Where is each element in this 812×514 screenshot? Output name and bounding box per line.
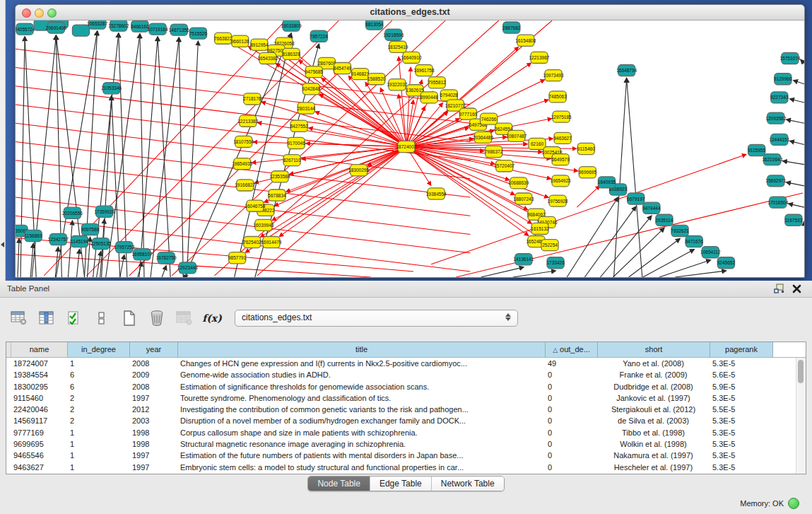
cited-node-12975185[interactable]: 12975185 — [551, 111, 572, 122]
cited-node-19166827[interactable]: 19166827 — [235, 180, 255, 191]
node-10654112[interactable]: 10654112 — [700, 247, 721, 258]
network-graph[interactable]: 1872400718300295193845549242848280314484… — [16, 21, 804, 277]
node-8813054[interactable]: 8813054 — [365, 21, 384, 30]
cited-node-19322037[interactable]: 19322037 — [387, 79, 407, 90]
table-cell[interactable]: 2003 — [129, 415, 177, 426]
cited-node-746266[interactable]: 746266 — [481, 113, 498, 124]
cited-node-7485063[interactable]: 7485063 — [548, 91, 567, 103]
close-panel-icon[interactable] — [792, 284, 802, 294]
edge[interactable] — [794, 81, 804, 84]
table-cell[interactable]: 0 — [545, 415, 597, 426]
cited-node-62160[interactable]: 62160 — [529, 138, 546, 149]
cited-node-6649579[interactable]: 6649579 — [551, 154, 570, 165]
edge[interactable] — [783, 161, 804, 165]
table-cell[interactable]: Genome-wide association studies in ADHD. — [177, 369, 545, 380]
node-16958107[interactable]: 16958107 — [131, 249, 152, 260]
edge[interactable] — [787, 182, 804, 186]
select-columns-icon[interactable] — [37, 309, 56, 327]
table-cell[interactable]: 6 — [67, 369, 129, 380]
memory-status-indicator[interactable] — [788, 498, 799, 509]
table-cell[interactable]: 0 — [545, 381, 597, 392]
edge[interactable] — [643, 250, 694, 277]
table-cell[interactable]: 5.9E-5 — [710, 381, 772, 392]
window-titlebar[interactable]: citations_edges.txt — [16, 5, 804, 21]
table-cell[interactable]: 0 — [545, 404, 597, 415]
table-cell[interactable]: 5.3E-5 — [710, 358, 772, 369]
node-1640935[interactable]: 1640935 — [598, 177, 616, 188]
node-15751074[interactable]: 15751074 — [779, 52, 800, 64]
table-cell[interactable]: 1997 — [129, 392, 177, 404]
node-16033809[interactable]: 16033809 — [281, 21, 302, 31]
column-header-pagerank[interactable]: pagerank — [710, 342, 773, 357]
table-cell[interactable]: Nakamura et al. (1997) — [597, 450, 710, 461]
cited-node-20364486[interactable]: 20364486 — [473, 132, 493, 143]
cited-node-16543382[interactable]: 16543382 — [257, 52, 278, 64]
cited-node-9660128[interactable]: 9660128 — [231, 35, 249, 47]
node-10653287[interactable]: 10653287 — [87, 21, 107, 29]
table-cell[interactable]: 5.3E-5 — [710, 415, 772, 426]
edge[interactable] — [481, 267, 524, 277]
cited-node-7955812[interactable]: 7955812 — [428, 77, 447, 88]
node-12923448[interactable]: 12923448 — [177, 262, 198, 274]
node-12444151[interactable]: 12444151 — [769, 134, 789, 145]
cited-node-8267110[interactable]: 8267110 — [283, 155, 301, 166]
cited-node-19654935[interactable]: 19654935 — [232, 158, 252, 170]
node-7515526[interactable]: 7515526 — [189, 28, 208, 39]
node-1167533[interactable]: 1167533 — [784, 214, 802, 226]
node-6679197[interactable]: 6679197 — [627, 193, 645, 204]
cited-node-9146821[interactable]: 9146821 — [351, 69, 370, 80]
cited-node-16640910[interactable]: 16640910 — [401, 52, 422, 63]
table-cell[interactable]: 2009 — [129, 369, 177, 380]
cited-node-18325419[interactable]: 18325419 — [387, 41, 408, 52]
column-header-in-degree[interactable]: in_degree — [68, 342, 130, 357]
table-cell[interactable]: 5.6E-5 — [710, 369, 772, 380]
cited-node-18807243[interactable]: 18807243 — [513, 193, 534, 204]
new-table-icon[interactable] — [120, 309, 139, 327]
table-cell[interactable]: Changes of HCN gene expression and I(f) … — [177, 358, 545, 369]
node-15692971[interactable]: 15692971 — [765, 175, 786, 187]
network-canvas[interactable]: 1872400718300295193845549242848280314484… — [16, 21, 804, 277]
table-cell[interactable]: 2012 — [129, 404, 177, 415]
citation-edge[interactable] — [456, 193, 803, 277]
table-cell[interactable]: 5.5E-5 — [710, 404, 772, 415]
cited-node-2803144[interactable]: 2803144 — [298, 103, 316, 114]
table-cell[interactable]: 2 — [67, 415, 129, 426]
cited-node-8427552[interactable]: 8427552 — [290, 120, 308, 132]
cited-node-9170046[interactable]: 9170046 — [287, 137, 305, 148]
cited-node-8454749[interactable]: 8454749 — [334, 62, 352, 74]
table-cell[interactable]: 9115460 — [11, 392, 67, 404]
table-cell[interactable]: Structural magnetic resonance image aver… — [177, 438, 545, 450]
table-cell[interactable]: Yano et al. (2008) — [597, 358, 710, 369]
cited-node-19756928[interactable]: 19756928 — [548, 195, 568, 206]
node-7932621[interactable]: 7932621 — [671, 225, 689, 236]
node-1156869[interactable]: 1156869 — [25, 230, 42, 241]
cited-node-19384554[interactable]: 19384554 — [426, 188, 447, 199]
table-cell[interactable]: 1997 — [129, 462, 177, 473]
table-cell[interactable]: 1 — [67, 462, 129, 473]
edge[interactable] — [790, 99, 804, 103]
cited-node-16914479[interactable]: 16914479 — [261, 237, 281, 248]
cited-node-18724007[interactable]: 18724007 — [396, 141, 416, 152]
table-cell[interactable]: Tourette syndrome. Phenomenology and cla… — [177, 392, 545, 404]
edge[interactable] — [614, 78, 627, 277]
table-cell[interactable]: 22420046 — [11, 404, 67, 415]
table-cell[interactable]: 9463627 — [11, 462, 67, 473]
table-cell[interactable]: Dudbridge et al. (2008) — [597, 381, 710, 392]
node-9097588[interactable]: 9097588 — [81, 223, 100, 235]
cited-node-10807487[interactable]: 10807487 — [506, 130, 526, 141]
table-cell[interactable]: 1 — [67, 358, 129, 369]
table-cell[interactable]: 1 — [67, 427, 129, 438]
cited-node-12353584[interactable]: 12353584 — [270, 171, 290, 182]
table-cell[interactable]: Disruption of a novel member of a sodium… — [177, 415, 545, 426]
edge[interactable] — [179, 37, 183, 277]
delete-table-icon[interactable] — [148, 309, 166, 327]
edge[interactable] — [20, 37, 25, 277]
edge[interactable] — [18, 239, 19, 277]
node[interactable] — [72, 25, 89, 36]
cited-node-8912954[interactable]: 8912954 — [250, 39, 269, 50]
tab-edge-table[interactable]: Edge Table — [370, 477, 431, 491]
window-zoom-button[interactable] — [47, 8, 57, 18]
node-1145194[interactable]: 1145194 — [71, 236, 88, 247]
cited-node-9857791[interactable]: 9857791 — [228, 252, 247, 264]
node-12093582[interactable]: 12093582 — [765, 112, 786, 124]
